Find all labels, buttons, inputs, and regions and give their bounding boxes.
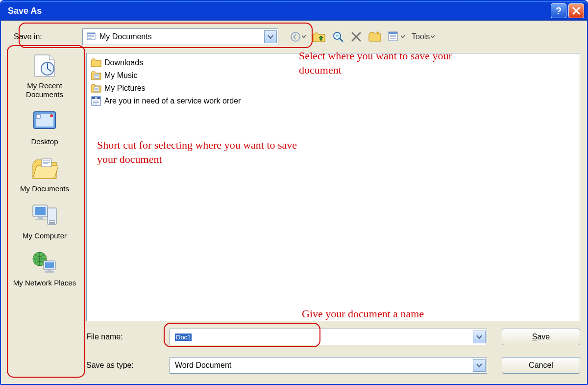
chevron-down-icon: [431, 35, 435, 39]
window-title: Save As: [8, 6, 549, 16]
place-label: My Documents: [13, 184, 76, 193]
place-recent[interactable]: My Recent Documents: [13, 52, 76, 99]
svg-rect-22: [45, 271, 54, 273]
file-name: Downloads: [104, 58, 143, 67]
network-places-icon: [29, 249, 60, 277]
savein-dropdown-button[interactable]: [264, 30, 277, 43]
folder-special-icon: [91, 83, 101, 93]
file-name: Are you in need of a service work order: [104, 97, 241, 105]
search-button[interactable]: [332, 31, 344, 43]
folder-icon: [91, 58, 101, 68]
chevron-down-icon: [401, 35, 405, 39]
file-name: My Pictures: [104, 84, 146, 93]
svg-rect-13: [38, 217, 43, 219]
save-button[interactable]: Save: [502, 329, 580, 345]
filetype-label: Save as type:: [86, 361, 165, 370]
svg-point-2: [336, 34, 339, 37]
place-label: My Computer: [13, 231, 76, 240]
place-network[interactable]: My Network Places: [13, 249, 76, 287]
svg-point-0: [291, 32, 300, 41]
cancel-button[interactable]: Cancel: [502, 357, 580, 374]
svg-rect-21: [48, 270, 51, 271]
new-folder-button[interactable]: [368, 31, 381, 42]
file-name: My Music: [104, 71, 138, 80]
svg-rect-17: [49, 222, 55, 224]
save-as-dialog: Save As ? Save in: My Documents: [0, 0, 588, 385]
word-doc-icon: W: [91, 96, 101, 106]
savein-combo[interactable]: My Documents: [82, 28, 278, 45]
my-documents-icon: [29, 155, 60, 182]
list-item[interactable]: W Are you in need of a service work orde…: [91, 95, 576, 107]
svg-rect-16: [49, 220, 55, 221]
filename-label: File name:: [86, 333, 165, 341]
help-button[interactable]: ?: [551, 3, 566, 18]
filetype-value: Word Document: [175, 361, 231, 370]
folder-special-icon: [91, 71, 101, 80]
file-list[interactable]: Downloads My Music My Pictures: [86, 53, 580, 321]
filename-dropdown-button[interactable]: [473, 331, 486, 343]
place-label: My Recent Documents: [13, 81, 76, 99]
svg-rect-14: [35, 219, 46, 220]
svg-rect-10: [42, 159, 51, 167]
bottom-panel: File name: Doc1 Save Save as type: Word …: [84, 325, 587, 384]
filetype-dropdown-button[interactable]: [473, 359, 486, 372]
svg-rect-20: [45, 262, 54, 268]
filename-input[interactable]: Doc1: [170, 329, 487, 345]
tools-menu[interactable]: Tools: [412, 32, 435, 41]
svg-rect-8: [36, 114, 40, 118]
list-item[interactable]: Downloads: [91, 56, 576, 69]
place-desktop[interactable]: Desktop: [13, 108, 76, 146]
location-row: Save in: My Documents: [1, 21, 587, 49]
views-button[interactable]: [388, 31, 405, 42]
place-label: Desktop: [13, 137, 76, 146]
svg-rect-24: [94, 87, 99, 91]
folder-icon: [86, 31, 97, 43]
svg-rect-15: [48, 208, 56, 225]
savein-value: My Documents: [99, 32, 152, 41]
filetype-combo[interactable]: Word Document: [170, 357, 487, 374]
desktop-icon: [29, 108, 60, 135]
close-button[interactable]: [568, 3, 584, 18]
places-bar: My Recent Documents Desktop: [1, 49, 84, 384]
svg-rect-23: [94, 74, 99, 78]
svg-rect-12: [35, 207, 46, 215]
place-mydocs[interactable]: My Documents: [13, 155, 76, 193]
svg-point-9: [50, 114, 53, 117]
toolbar-icons: Tools: [290, 31, 435, 43]
recent-docs-icon: [29, 52, 60, 79]
list-item[interactable]: My Music: [91, 69, 576, 82]
titlebar: Save As ?: [1, 1, 587, 21]
delete-button[interactable]: [351, 31, 362, 42]
chevron-down-icon: [302, 35, 306, 39]
dialog-body: Save in: My Documents: [1, 21, 587, 384]
filename-value: Doc1: [175, 334, 192, 341]
savein-label: Save in:: [14, 32, 77, 41]
place-mycomputer[interactable]: My Computer: [13, 202, 76, 240]
svg-rect-4: [389, 32, 397, 34]
svg-text:W: W: [95, 97, 98, 100]
back-button[interactable]: [290, 31, 306, 42]
list-item[interactable]: My Pictures: [91, 82, 576, 95]
place-label: My Network Places: [13, 279, 76, 287]
my-computer-icon: [29, 202, 60, 230]
up-one-level-button[interactable]: [313, 31, 325, 43]
